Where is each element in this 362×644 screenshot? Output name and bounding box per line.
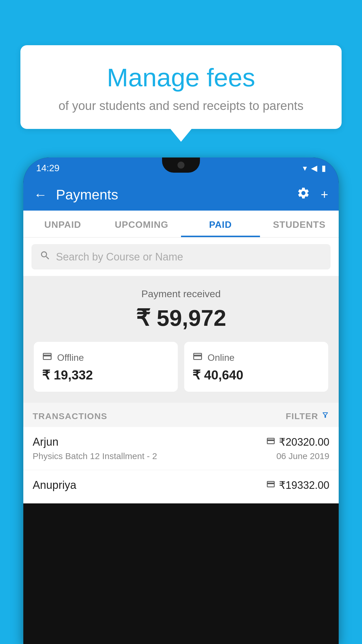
phone-frame: 14:29 ▾ ◀ ▮ ← Payments + UNPAID UPCOMING… — [23, 158, 339, 644]
payment-received-label: Payment received — [34, 288, 328, 300]
online-amount: ₹ 40,640 — [192, 368, 243, 382]
tab-students[interactable]: STUDENTS — [260, 211, 339, 237]
status-icons: ▾ ◀ ▮ — [303, 163, 326, 173]
search-placeholder: Search by Course or Name — [56, 251, 183, 263]
tab-upcoming[interactable]: UPCOMING — [102, 211, 181, 237]
transaction-row-arjun[interactable]: Arjun ₹20320.00 Physics Batch 12 Install… — [23, 427, 339, 470]
offline-card-header: Offline — [42, 351, 84, 364]
offline-label: Offline — [57, 352, 84, 363]
transaction-amount-value: ₹19332.00 — [279, 479, 329, 491]
back-button[interactable]: ← — [34, 187, 47, 202]
online-card-header: Online — [192, 351, 235, 364]
transaction-top: Anupriya ₹19332.00 — [33, 479, 329, 491]
offline-amount: ₹ 19,332 — [42, 368, 93, 382]
offline-payment-card: Offline ₹ 19,332 — [34, 342, 178, 392]
battery-icon: ▮ — [321, 163, 326, 173]
transaction-amount-value: ₹20320.00 — [279, 436, 329, 448]
search-bar[interactable]: Search by Course or Name — [31, 244, 331, 270]
transaction-amount: ₹20320.00 — [266, 436, 329, 448]
online-icon — [192, 351, 203, 364]
transaction-top: Arjun ₹20320.00 — [33, 436, 329, 448]
filter-button[interactable]: FILTER — [286, 411, 329, 421]
tab-paid[interactable]: PAID — [181, 211, 260, 237]
speech-bubble: Manage fees of your students and send re… — [20, 45, 342, 129]
tab-unpaid[interactable]: UNPAID — [23, 211, 102, 237]
payment-summary: Payment received ₹ 59,972 Offline ₹ 19,3… — [23, 276, 339, 403]
transaction-bottom: Physics Batch 12 Installment - 2 06 June… — [33, 451, 329, 461]
transaction-amount: ₹19332.00 — [266, 479, 329, 491]
transactions-header: TRANSACTIONS FILTER — [23, 403, 339, 427]
search-icon — [40, 250, 51, 264]
app-bar-title: Payments — [56, 187, 288, 203]
app-bar: ← Payments + — [23, 178, 339, 211]
transaction-date: 06 June 2019 — [276, 451, 329, 461]
add-button[interactable]: + — [321, 187, 328, 202]
settings-button[interactable] — [297, 186, 310, 203]
payment-type-icon — [266, 480, 275, 491]
wifi-icon: ▾ — [303, 163, 307, 173]
tab-bar: UNPAID UPCOMING PAID STUDENTS — [23, 211, 339, 238]
main-content: Search by Course or Name Payment receive… — [23, 238, 339, 503]
front-camera — [178, 162, 184, 169]
offline-icon — [42, 351, 52, 364]
payment-cards: Offline ₹ 19,332 Online ₹ 40,640 — [34, 342, 328, 392]
app-bar-icons: + — [297, 186, 328, 203]
payment-total-amount: ₹ 59,972 — [34, 305, 328, 331]
transaction-name: Arjun — [33, 436, 59, 448]
bubble-title: Manage fees — [35, 63, 327, 92]
online-payment-card: Online ₹ 40,640 — [184, 342, 328, 392]
filter-icon — [321, 411, 329, 421]
notch — [162, 158, 200, 173]
signal-icon: ◀ — [311, 163, 317, 173]
search-container: Search by Course or Name — [23, 238, 339, 276]
transaction-name: Anupriya — [33, 479, 76, 491]
status-bar: 14:29 ▾ ◀ ▮ — [23, 158, 339, 178]
transactions-label: TRANSACTIONS — [33, 411, 107, 421]
status-time: 14:29 — [36, 163, 59, 174]
bubble-subtitle: of your students and send receipts to pa… — [35, 99, 327, 113]
online-label: Online — [208, 352, 235, 363]
transaction-course: Physics Batch 12 Installment - 2 — [33, 451, 157, 461]
payment-type-icon — [266, 436, 275, 448]
transaction-row-anupriya[interactable]: Anupriya ₹19332.00 — [23, 470, 339, 503]
filter-label: FILTER — [286, 411, 318, 421]
